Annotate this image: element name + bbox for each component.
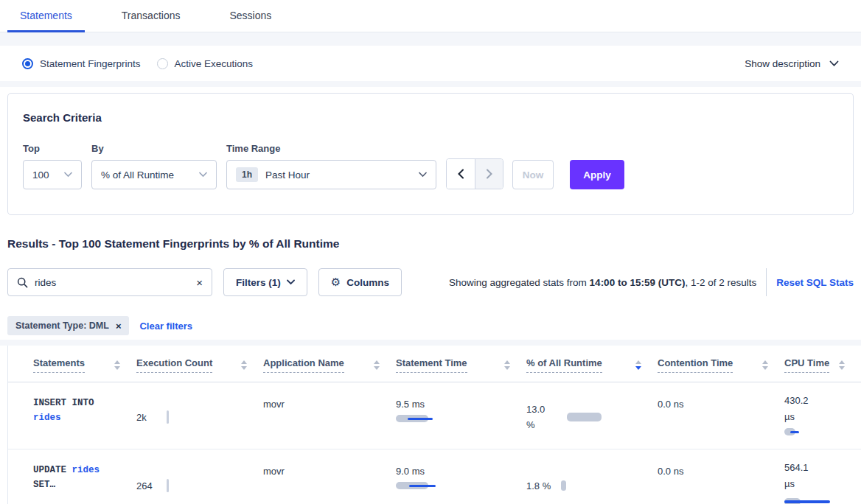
statement-time-bar: [396, 415, 436, 422]
results-toolbar: × Filters (1) ⚙ Columns Showing aggregat…: [7, 268, 854, 296]
search-input[interactable]: [35, 277, 196, 288]
table-header-row: Statements Execution Count Application N…: [8, 346, 861, 382]
top-select-value: 100: [32, 169, 49, 181]
cpu-time-bar: [784, 428, 806, 435]
reset-sql-stats-link[interactable]: Reset SQL Stats: [776, 277, 854, 288]
time-range-label: Time Range: [226, 143, 436, 154]
tab-sessions[interactable]: Sessions: [217, 0, 284, 32]
chevron-down-icon: [64, 172, 72, 178]
chevron-down-icon: [829, 60, 839, 67]
time-range-select[interactable]: 1h Past Hour: [226, 160, 436, 189]
search-criteria-title: Search Criteria: [23, 111, 838, 124]
top-label: Top: [23, 143, 82, 154]
clear-search-icon[interactable]: ×: [196, 277, 203, 288]
column-header-execution-count[interactable]: Execution Count: [136, 357, 263, 382]
pct-runtime-cell: 13.0 %: [526, 382, 658, 449]
now-button[interactable]: Now: [512, 160, 554, 189]
chevron-down-icon: [199, 172, 207, 178]
view-mode-bar: Statement Fingerprints Active Executions…: [0, 46, 861, 81]
execution-count-cell: 2k: [136, 382, 263, 449]
columns-button-label: Columns: [346, 277, 389, 288]
table-row-insert-rides: INSERT INTO rides 2k movr 9.5 ms 13.0 % …: [8, 382, 861, 449]
time-range-stepper: [446, 158, 503, 189]
search-criteria-card: Search Criteria Top 100 By % of All Runt…: [7, 93, 854, 215]
column-header-application-name[interactable]: Application Name: [263, 357, 396, 382]
statement-link-rides[interactable]: rides: [33, 413, 61, 423]
gear-icon: ⚙: [331, 276, 341, 289]
statements-table: Statements Execution Count Application N…: [7, 346, 861, 504]
column-header-cpu-time[interactable]: CPU Time: [784, 357, 861, 382]
sort-icon: [114, 360, 120, 370]
by-label: By: [91, 143, 217, 154]
statement-cell: INSERT INTO rides: [33, 382, 136, 449]
filter-chip-statement-type[interactable]: Statement Type: DML ×: [7, 316, 129, 335]
filter-chip-label: Statement Type: DML: [15, 321, 109, 331]
show-description-label: Show description: [745, 58, 820, 69]
cpu-time-cell: 430.2 µs: [784, 382, 861, 449]
remove-filter-icon[interactable]: ×: [116, 321, 122, 331]
table-row-update-rides: UPDATE rides SET… 264 movr 9.0 ms 1.8 % …: [8, 449, 861, 504]
statement-time-cell: 9.0 ms: [396, 449, 526, 504]
contention-time-cell: 0.0 ns: [658, 449, 784, 504]
show-description-toggle[interactable]: Show description: [745, 58, 839, 69]
execution-count-cell: 264: [136, 449, 263, 504]
execution-count-bar: [167, 479, 169, 492]
statement-link-rides[interactable]: rides: [72, 465, 100, 475]
sort-icon: [504, 360, 510, 370]
sort-icon: [374, 360, 380, 370]
application-name-cell: movr: [263, 449, 396, 504]
sql-activity-tabbar: Statements Transactions Sessions: [0, 0, 861, 32]
time-range-badge: 1h: [236, 167, 258, 182]
chevron-left-icon: [457, 169, 464, 179]
radio-active-executions[interactable]: Active Executions: [157, 58, 254, 69]
section-gap: [0, 81, 861, 87]
cpu-time-cell: 564.1 µs: [784, 449, 861, 504]
filters-button-label: Filters (1): [236, 277, 281, 288]
pct-runtime-bar: [561, 480, 566, 491]
search-box: ×: [7, 268, 212, 296]
execution-count-bar: [167, 410, 169, 424]
column-header-statement-time[interactable]: Statement Time: [396, 357, 526, 382]
previous-time-range-button[interactable]: [447, 159, 475, 189]
sort-icon: [839, 360, 845, 370]
chevron-down-icon: [419, 172, 427, 178]
column-header-pct-of-all-runtime[interactable]: % of All Runtime: [526, 357, 658, 382]
contention-time-cell: 0.0 ns: [658, 382, 784, 449]
radio-label: Active Executions: [175, 58, 254, 69]
sort-icon-active-desc: [635, 360, 641, 370]
radio-statement-fingerprints[interactable]: Statement Fingerprints: [22, 58, 141, 69]
pct-runtime-bar: [567, 413, 602, 421]
section-gap: [0, 340, 861, 346]
sort-icon: [762, 360, 768, 370]
clear-filters-link[interactable]: Clear filters: [139, 321, 192, 332]
by-select-value: % of All Runtime: [101, 169, 174, 181]
column-header-contention-time[interactable]: Contention Time: [658, 357, 784, 382]
section-gap: [0, 32, 861, 46]
apply-button[interactable]: Apply: [570, 160, 624, 189]
columns-button[interactable]: ⚙ Columns: [318, 268, 402, 296]
sort-icon: [241, 360, 247, 370]
filters-button[interactable]: Filters (1): [223, 268, 307, 296]
statement-time-bar: [396, 482, 437, 489]
tab-statements[interactable]: Statements: [7, 0, 85, 32]
next-time-range-button[interactable]: [475, 159, 503, 189]
tab-transactions[interactable]: Transactions: [109, 0, 193, 32]
results-status: Showing aggregated stats from 14:00 to 1…: [449, 277, 756, 288]
active-filters-row: Statement Type: DML × Clear filters: [7, 316, 854, 335]
top-select[interactable]: 100: [23, 160, 82, 189]
statement-cell: UPDATE rides SET…: [33, 449, 136, 504]
by-select[interactable]: % of All Runtime: [91, 160, 217, 189]
pct-runtime-cell: 1.8 %: [526, 449, 658, 504]
search-icon: [17, 277, 28, 288]
cpu-time-bar: [784, 498, 830, 504]
statement-time-cell: 9.5 ms: [396, 382, 526, 449]
column-header-statements[interactable]: Statements: [33, 357, 136, 382]
application-name-cell: movr: [263, 382, 396, 449]
radio-selected-icon: [22, 58, 33, 69]
results-heading: Results - Top 100 Statement Fingerprints…: [7, 237, 854, 251]
time-range-value: Past Hour: [265, 169, 310, 181]
chevron-down-icon: [287, 279, 295, 285]
chevron-right-icon: [486, 169, 493, 179]
radio-label: Statement Fingerprints: [40, 58, 141, 69]
radio-unselected-icon: [157, 58, 168, 69]
